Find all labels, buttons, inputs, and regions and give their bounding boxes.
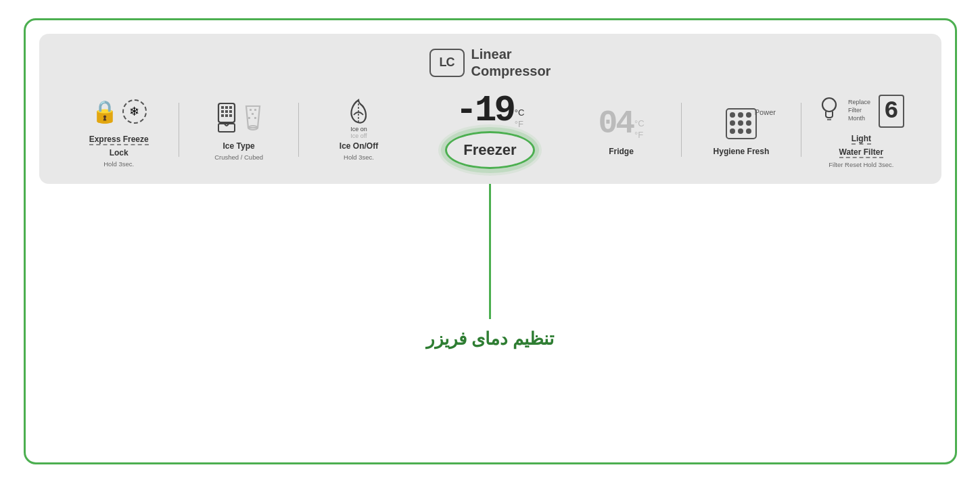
ice-dispenser-icon — [214, 102, 239, 135]
fridge-unit: °C °F — [634, 118, 645, 140]
svg-rect-13 — [254, 109, 256, 111]
express-freeze-icons: 🔒 ❄ — [91, 91, 147, 132]
hygiene-grid-icon — [726, 108, 757, 139]
bottom-annotation: تنظیم دمای فریزر — [426, 329, 554, 350]
filter-number-display: 6 — [879, 95, 904, 128]
svg-rect-12 — [250, 109, 252, 111]
control-panel: LC Linear Compressor 🔒 ❄ Express Freeze … — [39, 34, 941, 184]
hygiene-grid-wrapper: Power — [726, 108, 757, 139]
ice-on-text: Ice on — [350, 126, 367, 132]
ice-off-text: Ice off — [350, 132, 367, 139]
svg-rect-2 — [225, 106, 228, 109]
svg-point-18 — [822, 98, 836, 112]
freezer-label: Freezer — [463, 141, 516, 158]
svg-rect-9 — [229, 114, 232, 117]
svg-rect-5 — [225, 110, 228, 113]
svg-rect-15 — [248, 117, 250, 119]
fridge-label: Fridge — [609, 147, 634, 156]
ice-type-group[interactable]: Ice Type Crushed / Cubed — [179, 98, 298, 161]
replace-filter-text: Replace Filter Month — [848, 99, 870, 122]
svg-rect-16 — [254, 117, 256, 119]
svg-rect-4 — [221, 110, 224, 113]
freezer-group[interactable]: -19 °C °F Freezer — [419, 91, 562, 169]
annotation-arrow — [489, 184, 491, 319]
ice-type-sub: Crushed / Cubed — [214, 153, 263, 161]
fridge-group[interactable]: 04 °C °F Fridge — [561, 103, 680, 156]
svg-rect-8 — [225, 114, 228, 117]
svg-rect-14 — [252, 113, 254, 115]
ice-type-label: Ice Type — [223, 141, 255, 151]
ice-on-off-sub: Hold 3sec. — [344, 153, 374, 161]
svg-rect-1 — [221, 106, 224, 109]
buttons-row: 🔒 ❄ Express Freeze Lock Hold 3sec. — [60, 91, 921, 169]
lc-logo: LC — [429, 49, 465, 77]
arrow-line — [489, 184, 491, 319]
light-filter-icons: Replace Filter Month 6 — [818, 91, 904, 131]
fridge-temp-display: 04 — [598, 107, 633, 140]
power-text: Power — [755, 108, 776, 116]
bulb-icon — [818, 94, 840, 128]
freezer-temp-display: -19 — [456, 93, 513, 129]
ice-on-off-icon-area: Ice on Ice off — [346, 98, 371, 139]
ice-on-icon: Ice on Ice off — [346, 97, 371, 139]
freezer-unit: °C °F — [515, 107, 525, 129]
hygiene-fresh-label: Hygiene Fresh — [714, 147, 770, 156]
ice-on-off-group[interactable]: Ice on Ice off Ice On/Off Hold 3sec. — [299, 98, 418, 161]
freezer-oval-highlight[interactable]: Freezer — [445, 131, 534, 169]
snowflake-icon: ❄ — [122, 99, 147, 124]
svg-rect-7 — [221, 114, 224, 117]
lock-label: Lock — [110, 148, 129, 158]
svg-rect-10 — [218, 124, 235, 132]
lock-icon: 🔒 — [91, 99, 118, 124]
lc-title: Linear Compressor — [471, 46, 551, 80]
lc-header: LC Linear Compressor — [60, 46, 921, 80]
svg-rect-6 — [229, 110, 232, 113]
express-freeze-lock-group[interactable]: 🔒 ❄ Express Freeze Lock Hold 3sec. — [60, 91, 179, 168]
water-filter-label: Water Filter — [839, 147, 884, 158]
light-label: Light — [851, 134, 871, 145]
hygiene-fresh-group[interactable]: Power Hygiene Fresh — [682, 103, 801, 156]
filter-reset-label: Filter Reset Hold 3sec. — [829, 161, 893, 168]
svg-rect-3 — [229, 106, 232, 109]
ice-on-off-label: Ice On/Off — [340, 141, 378, 151]
hygiene-icon-area: Power — [726, 103, 757, 144]
fridge-display-area: 04 °C °F — [598, 103, 644, 144]
outer-container: LC Linear Compressor 🔒 ❄ Express Freeze … — [24, 18, 957, 464]
ice-on-svg — [346, 97, 371, 130]
ice-cup-faded-icon — [243, 103, 263, 133]
ice-type-icons — [214, 98, 263, 139]
express-freeze-label: Express Freeze — [89, 135, 149, 145]
lock-hold-label: Hold 3sec. — [103, 160, 134, 168]
freezer-display-area: -19 °C °F — [456, 91, 525, 131]
light-water-filter-group[interactable]: Replace Filter Month 6 Light Water Filte… — [801, 91, 920, 168]
